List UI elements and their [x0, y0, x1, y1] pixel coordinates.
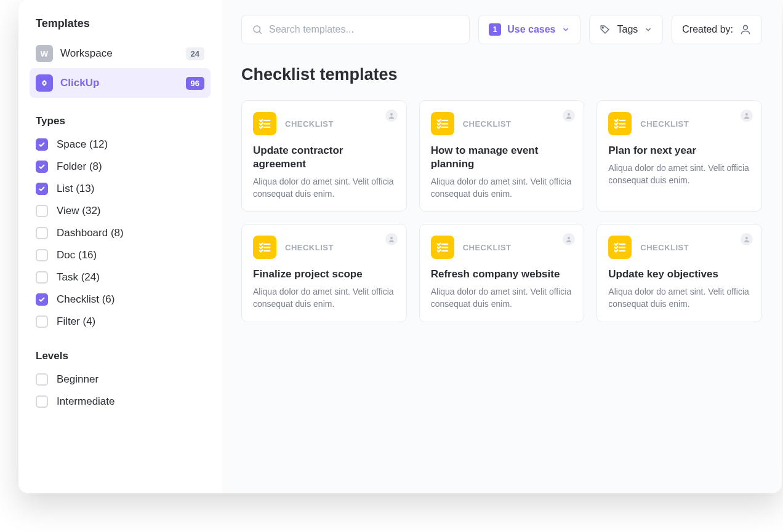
template-grid: CHECKLISTUpdate contractor agreementAliq…	[241, 100, 762, 322]
checkbox[interactable]	[36, 271, 48, 284]
checklist-icon	[431, 112, 454, 135]
sidebar: Templates W Workspace 24 ClickUp 96 Type…	[18, 0, 222, 493]
check-label: Doc (16)	[57, 249, 97, 261]
checkbox[interactable]	[36, 395, 48, 408]
card-description: Aliqua dolor do amet sint. Velit officia…	[608, 162, 750, 186]
avatar-icon	[385, 233, 398, 245]
checkbox[interactable]	[36, 138, 48, 151]
type-filter-view[interactable]: View (32)	[30, 200, 211, 222]
card-description: Aliqua dolor do amet sint. Velit officia…	[253, 176, 395, 200]
checkbox[interactable]	[36, 316, 48, 328]
checkbox[interactable]	[36, 183, 48, 195]
sidebar-item-count: 96	[186, 77, 204, 90]
card-title: Update contractor agreement	[253, 144, 395, 171]
svg-point-12	[745, 113, 748, 116]
check-label: Intermediate	[57, 395, 115, 408]
search-input[interactable]	[269, 24, 459, 35]
sidebar-title: Templates	[30, 17, 211, 39]
card-title: Update key objectives	[608, 268, 750, 281]
user-icon	[739, 23, 752, 36]
card-type-label: CHECKLIST	[463, 243, 512, 252]
type-filter-space[interactable]: Space (12)	[30, 133, 211, 156]
type-filter-list[interactable]: List (13)	[30, 178, 211, 200]
sidebar-item-count: 24	[186, 47, 204, 60]
svg-point-24	[745, 237, 748, 239]
card-header: CHECKLIST	[253, 236, 395, 259]
template-card[interactable]: CHECKLISTUpdate contractor agreementAliq…	[241, 100, 407, 212]
card-title: Finalize project scope	[253, 268, 395, 281]
created-by-filter[interactable]: Created by:	[672, 15, 762, 44]
sidebar-item-label: Workspace	[60, 47, 186, 60]
card-header: CHECKLIST	[431, 112, 573, 135]
card-description: Aliqua dolor do amet sint. Velit officia…	[253, 286, 395, 310]
check-label: Filter (4)	[57, 316, 95, 328]
search-icon	[252, 24, 263, 35]
check-label: Space (12)	[57, 138, 108, 151]
card-header: CHECKLIST	[253, 112, 395, 135]
card-title: Plan for next year	[608, 144, 750, 157]
template-card[interactable]: CHECKLISTPlan for next yearAliqua dolor …	[596, 100, 762, 212]
type-filter-filter[interactable]: Filter (4)	[30, 311, 211, 333]
sidebar-item-workspace[interactable]: W Workspace 24	[30, 39, 211, 68]
tags-filter[interactable]: Tags	[589, 15, 663, 44]
checkbox[interactable]	[36, 161, 48, 173]
checklist-icon	[431, 236, 454, 259]
use-cases-count-badge: 1	[489, 23, 501, 36]
created-by-label: Created by:	[682, 24, 733, 35]
card-header: CHECKLIST	[608, 236, 750, 259]
svg-point-4	[390, 113, 393, 116]
checkbox[interactable]	[36, 293, 48, 306]
checkbox[interactable]	[36, 227, 48, 239]
use-cases-filter[interactable]: 1 Use cases	[478, 15, 580, 44]
card-description: Aliqua dolor do amet sint. Velit officia…	[608, 286, 750, 310]
avatar-icon	[741, 109, 753, 122]
type-filter-task[interactable]: Task (24)	[30, 266, 211, 288]
chevron-down-icon	[644, 25, 652, 34]
levels-section-title: Levels	[30, 333, 211, 368]
avatar-icon	[385, 109, 398, 122]
type-filter-checklist[interactable]: Checklist (6)	[30, 288, 211, 311]
type-filter-doc[interactable]: Doc (16)	[30, 244, 211, 266]
card-type-label: CHECKLIST	[285, 243, 334, 252]
avatar-icon	[563, 109, 575, 122]
checkbox[interactable]	[36, 373, 48, 386]
svg-point-8	[568, 113, 570, 116]
clickup-badge-icon	[36, 74, 53, 92]
svg-line-1	[259, 31, 261, 33]
checklist-icon	[608, 112, 632, 135]
checkbox[interactable]	[36, 249, 48, 261]
use-cases-label: Use cases	[507, 24, 555, 35]
type-filter-folder[interactable]: Folder (8)	[30, 156, 211, 178]
check-label: Checklist (6)	[57, 293, 114, 306]
checklist-icon	[253, 112, 276, 135]
sidebar-item-clickup[interactable]: ClickUp 96	[30, 68, 211, 98]
avatar-icon	[563, 233, 575, 245]
checklist-icon	[608, 236, 632, 259]
check-label: List (13)	[57, 183, 94, 195]
check-label: Folder (8)	[57, 161, 102, 173]
level-filter-beginner[interactable]: Beginner	[30, 368, 211, 391]
check-label: Dashboard (8)	[57, 227, 124, 239]
search-box[interactable]	[241, 15, 470, 44]
type-filter-dashboard[interactable]: Dashboard (8)	[30, 222, 211, 244]
template-card[interactable]: CHECKLISTHow to manage event planningAli…	[419, 100, 585, 212]
template-card[interactable]: CHECKLISTRefresh company websiteAliqua d…	[419, 224, 585, 322]
workspace-badge-icon: W	[36, 45, 53, 62]
tag-icon	[600, 24, 611, 35]
card-header: CHECKLIST	[431, 236, 573, 259]
card-description: Aliqua dolor do amet sint. Velit officia…	[431, 286, 573, 310]
svg-point-16	[390, 237, 393, 239]
level-filter-intermediate[interactable]: Intermediate	[30, 391, 211, 413]
checkbox[interactable]	[36, 205, 48, 217]
chevron-down-icon	[561, 25, 570, 34]
svg-point-2	[603, 27, 604, 28]
check-label: View (32)	[57, 205, 101, 217]
template-card[interactable]: CHECKLISTFinalize project scopeAliqua do…	[241, 224, 407, 322]
svg-point-3	[744, 25, 748, 30]
svg-point-0	[254, 26, 260, 33]
check-label: Beginner	[57, 373, 98, 386]
card-header: CHECKLIST	[608, 112, 750, 135]
card-title: How to manage event planning	[431, 144, 573, 171]
card-title: Refresh company website	[431, 268, 573, 281]
template-card[interactable]: CHECKLISTUpdate key objectivesAliqua dol…	[596, 224, 762, 322]
